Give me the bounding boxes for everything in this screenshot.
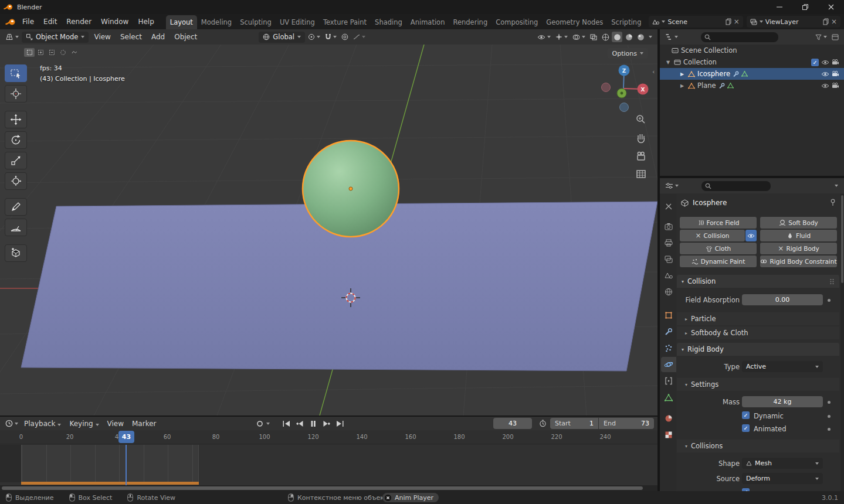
modifier-wrench-icon[interactable]: [733, 71, 739, 77]
timeline-scrollbar[interactable]: [0, 485, 657, 491]
tab-object-constraints[interactable]: [661, 373, 676, 389]
menu-edit[interactable]: Edit: [39, 18, 62, 26]
select-mode-intersect-button[interactable]: [69, 48, 79, 57]
collision-panel-header[interactable]: ▾ Collision: [677, 275, 839, 288]
unlink-icon[interactable]: ×: [831, 18, 837, 25]
menu-select[interactable]: Select: [116, 33, 146, 41]
blender-menu-icon[interactable]: [4, 18, 18, 26]
tool-scale[interactable]: [5, 152, 27, 169]
mode-selector[interactable]: Object Mode: [22, 32, 89, 43]
modifier-wrench-icon[interactable]: [718, 83, 725, 89]
tab-geometry-nodes[interactable]: Geometry Nodes: [542, 15, 607, 29]
pin-icon[interactable]: [830, 199, 836, 206]
proportional-editing-icon[interactable]: [340, 33, 350, 40]
display-mode-icon[interactable]: [830, 34, 840, 40]
hide-eye-icon[interactable]: [821, 60, 829, 65]
expand-arrow-icon[interactable]: ▶: [679, 71, 686, 77]
expand-arrow-icon[interactable]: ▼: [665, 60, 672, 65]
editor-type-timeline-icon[interactable]: [4, 420, 20, 427]
shading-rendered-button[interactable]: [635, 32, 646, 42]
tool-add-primitive[interactable]: [5, 244, 27, 262]
editor-type-properties-icon[interactable]: [663, 182, 680, 189]
scene-selector[interactable]: Scene ×: [649, 16, 743, 28]
tab-output[interactable]: [661, 235, 676, 250]
menu-view-timeline[interactable]: View: [103, 420, 128, 428]
jump-to-end-button[interactable]: [333, 418, 347, 429]
tool-annotate[interactable]: [5, 198, 27, 216]
current-frame-field[interactable]: 43: [493, 418, 532, 429]
animate-decorator-dot[interactable]: [828, 401, 831, 404]
tab-world[interactable]: [661, 284, 676, 299]
tab-modifiers[interactable]: [661, 324, 676, 339]
next-keyframe-button[interactable]: [320, 418, 333, 429]
softbody-cloth-subpanel-header[interactable]: ▸ Softbody & Cloth: [677, 326, 839, 339]
shading-material-button[interactable]: [623, 32, 634, 42]
tool-measure[interactable]: [5, 219, 27, 236]
shading-solid-button[interactable]: [612, 32, 622, 42]
proportional-falloff-icon[interactable]: [351, 34, 367, 40]
tab-particles[interactable]: [661, 340, 676, 356]
keyframe-range-bar[interactable]: [21, 482, 199, 485]
field-absorption-value[interactable]: 0.00: [742, 294, 823, 305]
properties-search-input[interactable]: [701, 181, 771, 191]
tab-compositing[interactable]: Compositing: [492, 15, 542, 29]
animate-decorator-dot[interactable]: [828, 299, 831, 302]
transform-orientation-selector[interactable]: Global: [259, 32, 305, 43]
tab-shading[interactable]: Shading: [371, 15, 406, 29]
mass-value[interactable]: 42 kg: [742, 396, 823, 407]
shading-wireframe-button[interactable]: [600, 32, 611, 42]
animated-checkbox[interactable]: ✓: [742, 424, 750, 432]
rigid-body-constraint-button[interactable]: Rigid Body Constraint: [760, 256, 837, 267]
restore-button[interactable]: [792, 0, 818, 14]
menu-help[interactable]: Help: [133, 18, 158, 26]
show-gizmo-toggle[interactable]: [554, 33, 570, 40]
menu-marker[interactable]: Marker: [128, 420, 160, 428]
select-mode-subtract-button[interactable]: [46, 48, 57, 57]
tab-scene[interactable]: [661, 268, 676, 283]
editor-type-outliner-icon[interactable]: [663, 33, 680, 40]
pause-button[interactable]: [306, 418, 320, 429]
unlink-icon[interactable]: ×: [734, 18, 740, 25]
tab-view-layer[interactable]: [661, 251, 676, 267]
hide-eye-icon[interactable]: [821, 71, 829, 77]
tab-rendering[interactable]: Rendering: [449, 15, 492, 29]
prev-keyframe-button[interactable]: [293, 418, 306, 429]
pivot-point-selector[interactable]: [306, 33, 322, 40]
mesh-data-icon[interactable]: [727, 83, 734, 88]
tool-rotate[interactable]: [5, 131, 27, 149]
select-mode-invert-button[interactable]: [57, 48, 68, 57]
disable-render-camera-icon[interactable]: [832, 83, 839, 88]
tab-tool[interactable]: [661, 199, 676, 214]
auto-keying-record-button[interactable]: [253, 418, 266, 429]
outliner-row-scene-collection[interactable]: Scene Collection: [660, 45, 844, 56]
disable-render-camera-icon[interactable]: [832, 71, 839, 77]
outliner-row-collection[interactable]: ▼ Collection ✓: [660, 56, 844, 68]
tab-modeling[interactable]: Modeling: [197, 15, 236, 29]
tab-render[interactable]: [661, 219, 676, 234]
editor-type-3d-icon[interactable]: [4, 33, 21, 40]
xray-toggle[interactable]: [588, 34, 599, 40]
collision-shape-dropdown[interactable]: Mesh: [742, 458, 823, 469]
timeline-ruler[interactable]: 0 20 40 60 80 100 120 140 160 180 200 22…: [0, 430, 657, 444]
snapping-magnet-icon[interactable]: [323, 33, 338, 40]
viewlayer-selector[interactable]: ViewLayer ×: [747, 16, 840, 28]
force-field-button[interactable]: Force Field: [680, 217, 757, 229]
mesh-data-icon[interactable]: [741, 71, 748, 77]
tab-scripting[interactable]: Scripting: [607, 15, 645, 29]
tab-physics[interactable]: [661, 357, 676, 372]
jump-to-start-button[interactable]: [279, 418, 293, 429]
collection-checkbox[interactable]: ✓: [811, 59, 819, 66]
mesh-source-dropdown[interactable]: Deform: [742, 473, 823, 484]
animate-decorator-dot[interactable]: [828, 428, 831, 431]
tool-move[interactable]: [5, 111, 27, 128]
options-dropdown[interactable]: Options: [608, 48, 648, 59]
fluid-button[interactable]: Fluid: [760, 230, 837, 241]
outliner-search-input[interactable]: [701, 32, 778, 42]
collision-button[interactable]: × Collision: [680, 230, 745, 241]
menu-keying[interactable]: Keying: [65, 420, 103, 428]
tool-transform[interactable]: [5, 172, 27, 190]
new-datablock-icon[interactable]: [823, 18, 829, 25]
tab-layout[interactable]: Layout: [166, 15, 197, 29]
object-visibility-selector[interactable]: [535, 35, 553, 40]
tab-texture[interactable]: [661, 427, 676, 442]
